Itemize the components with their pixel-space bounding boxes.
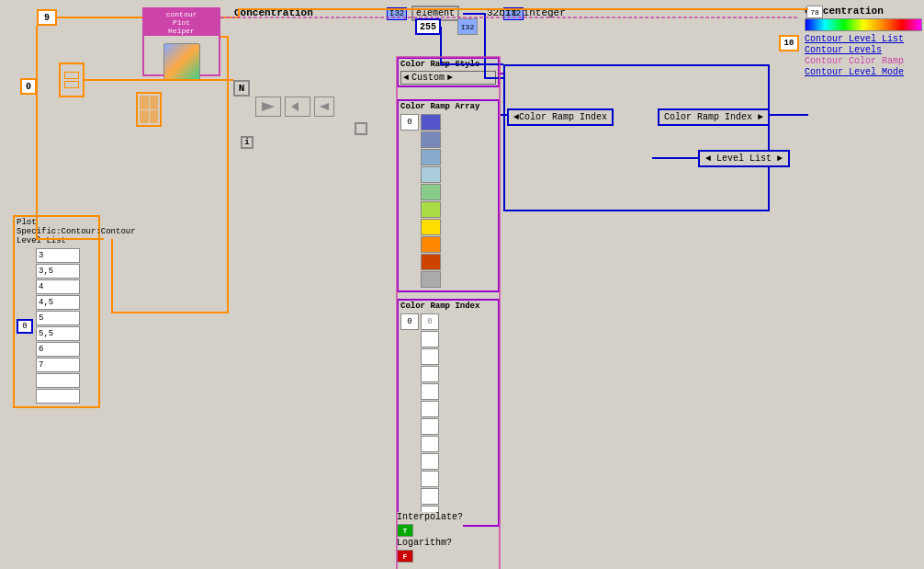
swatch-6 <box>421 219 441 235</box>
cramp-index-btn-right[interactable]: Color Ramp Index ► <box>658 108 770 126</box>
element-label: element <box>416 8 455 18</box>
n-block: N <box>233 80 250 97</box>
color-bar <box>805 18 922 31</box>
color-ramp-style-title: Color Ramp Style <box>399 59 498 70</box>
index-item-5 <box>421 401 439 417</box>
swatch-3 <box>421 166 441 183</box>
swatch-7 <box>421 236 441 253</box>
num-box-0: 0 <box>20 78 37 95</box>
dropdown-arrow-left: ◄ <box>403 73 409 83</box>
level-list-block[interactable]: ◄ Level List ► <box>698 150 790 167</box>
svg-marker-2 <box>320 103 329 110</box>
color-ramp-style-block: Color Ramp Style ◄ Custom ► <box>397 57 500 87</box>
ps-item-7: 7 <box>36 358 80 372</box>
dropdown-arrow-right: ► <box>447 73 453 83</box>
ps-item-4: 5 <box>36 311 80 325</box>
ps-idx: 0 <box>17 319 33 334</box>
ps-item-8 <box>36 373 80 388</box>
plot-specific-title: Plot Specific:Contour:Contour Level List <box>15 217 98 246</box>
index-list-container: 0 0 <box>399 312 498 525</box>
contour-img <box>163 43 200 80</box>
right-item-2[interactable]: Contour Levels <box>805 45 922 55</box>
swatch-9 <box>421 271 441 288</box>
swatch-8 <box>421 254 441 270</box>
index-item-3 <box>421 366 439 382</box>
cluster-block-2 <box>136 92 162 127</box>
swatch-1 <box>421 131 441 148</box>
svg-marker-1 <box>291 102 299 111</box>
swatch-0 <box>421 114 441 131</box>
triangle-blocks <box>255 97 334 117</box>
right-78-box: 78 <box>806 6 823 18</box>
ps-item-0: 3 <box>36 248 80 263</box>
canvas: Concentration contourPlotHelper 9 0 N <box>0 0 924 569</box>
index-item-4 <box>421 383 439 400</box>
logarithm-block: Logarithm? F <box>397 538 452 563</box>
ps-item-2: 4 <box>36 279 80 294</box>
i-block: i <box>241 136 254 149</box>
ps-item-5: 5,5 <box>36 326 80 341</box>
index-item-2 <box>421 348 439 365</box>
interpolate-value[interactable]: T <box>397 524 413 537</box>
cluster-block-1 <box>59 63 85 97</box>
custom-label: Custom <box>411 73 445 83</box>
right-item-3[interactable]: Contour Color Ramp <box>805 56 922 66</box>
index-item-0: 0 <box>421 313 439 330</box>
right-num-box: 10 <box>779 35 799 51</box>
center-block <box>503 64 770 211</box>
swatch-2 <box>421 149 441 165</box>
int32-label: 32bit integer <box>487 7 566 18</box>
plot-specific-block: Plot Specific:Contour:Contour Level List… <box>13 215 100 408</box>
color-swatches-col <box>421 114 441 289</box>
color-ramp-array-title: Color Ramp Array <box>399 101 498 112</box>
num-box-9: 9 <box>37 9 57 26</box>
ps-item-3: 4,5 <box>36 295 80 310</box>
cramp-index-title: Color Ramp Index <box>399 301 498 312</box>
index-item-1 <box>421 331 439 347</box>
ps-item-1: 3,5 <box>36 264 80 279</box>
custom-dropdown[interactable]: ◄ Custom ► <box>400 71 496 85</box>
num-255[interactable]: 255 <box>415 18 441 35</box>
ps-item-6: 6 <box>36 342 80 357</box>
swatch-4 <box>421 184 441 200</box>
level-list-label: ◄ Level List ► <box>705 154 783 164</box>
index-list-col: 0 <box>421 313 439 523</box>
small-square <box>355 122 367 135</box>
svg-marker-0 <box>262 102 275 111</box>
color-swatch-container: 0 <box>399 112 498 290</box>
index-item-10 <box>421 488 439 505</box>
color-index-col: 0 <box>400 114 419 289</box>
contour-title: contourPlotHelper <box>144 9 219 36</box>
color-ramp-index-block-left: Color Ramp Index 0 0 <box>397 299 500 527</box>
contour-inner <box>144 36 219 86</box>
i32-icon: I32 <box>457 18 478 35</box>
logarithm-label: Logarithm? <box>397 538 452 548</box>
ps-index-box: 0 33,544,555,567 <box>15 246 98 406</box>
color-ramp-array-block: Color Ramp Array 0 <box>397 99 500 292</box>
ps-list: 33,544,555,567 <box>36 248 80 404</box>
swatch-5 <box>421 201 441 218</box>
interpolate-block: Interpolate? T <box>397 512 463 537</box>
index-item-7 <box>421 436 439 452</box>
index-item-8 <box>421 453 439 470</box>
right-item-1[interactable]: Contour Level List <box>805 34 922 44</box>
contour-block: contourPlotHelper <box>142 7 220 76</box>
logarithm-value[interactable]: F <box>397 550 413 563</box>
right-item-4[interactable]: Contour Level Mode <box>805 67 922 77</box>
interpolate-label: Interpolate? <box>397 512 463 522</box>
index-item-6 <box>421 418 439 435</box>
cramp-btn-label2: Color Ramp Index ► <box>664 112 763 122</box>
ps-item-9 <box>36 389 80 404</box>
concentration-label-top: Concentration <box>234 7 313 18</box>
index-num-box: 0 <box>400 313 419 330</box>
i32-tag-top: I32 <box>387 7 407 20</box>
index-item-9 <box>421 471 439 487</box>
color-index-0: 0 <box>400 114 419 131</box>
cramp-btn-label: Color Ramp Index <box>519 112 607 122</box>
cramp-index-btn-left[interactable]: ◄ Color Ramp Index <box>507 108 614 126</box>
